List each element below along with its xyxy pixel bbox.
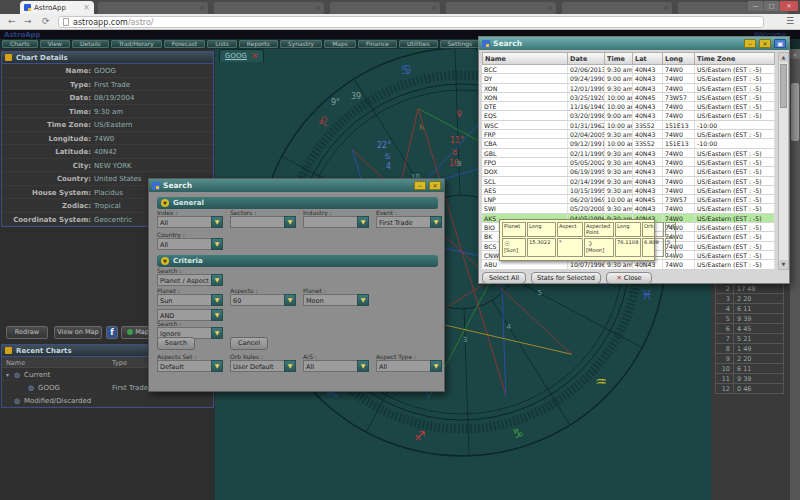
browser-menu-icon[interactable]: ☰ — [786, 16, 794, 26]
stats-for-selected-button[interactable]: Stats for Selected — [531, 272, 601, 284]
results-titlebar[interactable]: Search − ✕ ▣ — [479, 37, 789, 50]
window-maximize-button[interactable]: □ — [764, 1, 779, 11]
cancel-button[interactable]: Cancel — [230, 337, 268, 350]
menu-settings[interactable]: Settings — [440, 40, 481, 48]
tab-close-icon[interactable]: × — [83, 4, 90, 12]
browser-tab-background[interactable]: × — [446, 2, 556, 14]
tab-close-icon[interactable]: × — [547, 4, 553, 12]
column-header-lat[interactable]: Lat — [633, 52, 663, 65]
collapse-icon[interactable]: ▼ — [161, 199, 169, 207]
facebook-button[interactable]: f — [106, 326, 118, 339]
close-button[interactable]: ✕Close — [606, 272, 652, 284]
country-field[interactable]: Country :All▼ — [157, 238, 223, 250]
menu-utilities[interactable]: Utilities — [399, 40, 438, 48]
chevron-down-icon[interactable]: ▼ — [357, 216, 369, 228]
table-row[interactable]: BCC02/06/20139:30 am40N4374W0US/Eastern … — [482, 65, 775, 74]
chevron-down-icon[interactable]: ▼ — [211, 309, 223, 321]
planet1-field[interactable]: Planet :Sun▼ — [157, 294, 223, 306]
dialog-close-icon[interactable]: ✕ — [429, 181, 441, 190]
chevron-down-icon[interactable]: ▼ — [357, 294, 369, 306]
chart-details-header[interactable]: Chart Details — [2, 52, 213, 64]
table-row[interactable]: DY09/24/19909:00 am40N4374W0US/Eastern (… — [482, 74, 775, 83]
chevron-down-icon[interactable]: ▼ — [211, 274, 223, 286]
chevron-down-icon[interactable]: ▼ — [284, 294, 296, 306]
dialog-minimize-icon[interactable]: − — [414, 181, 426, 190]
column-header-date[interactable]: Date — [568, 52, 605, 65]
orb-rules-field[interactable]: Orb Rules :User Default▼ — [230, 360, 296, 372]
chevron-down-icon[interactable]: ▼ — [211, 238, 223, 250]
column-header-time[interactable]: Time — [605, 52, 633, 65]
aspect-type-field[interactable]: Aspect Type :All▼ — [376, 360, 442, 372]
list-item[interactable]: ◍Modified/Discarded — [2, 394, 213, 407]
window-minimize-button[interactable]: — — [748, 1, 763, 11]
table-row[interactable]: EQS03/20/19989:00 am40N4374W0US/Eastern … — [482, 111, 775, 120]
tab-close-icon[interactable]: × — [315, 4, 321, 12]
column-header-name[interactable]: Name — [482, 52, 568, 65]
table-row[interactable]: XON03/25/192010:00 am40N4573W57US/Easter… — [482, 93, 775, 102]
chevron-down-icon[interactable]: ▼ — [357, 360, 369, 372]
sectors-field[interactable]: Sectors :▼ — [230, 216, 296, 228]
chevron-down-icon[interactable]: ▼ — [430, 216, 442, 228]
menu-maps[interactable]: Maps — [324, 40, 356, 48]
collapse-icon[interactable]: ▼ — [161, 257, 169, 265]
aspects-field[interactable]: Aspects :60▼ — [230, 294, 296, 306]
results-detach-icon[interactable]: ▣ — [774, 39, 786, 48]
table-row[interactable]: DOX06/19/19959:30 am40N4374W0US/Eastern … — [482, 167, 775, 176]
section-general[interactable]: ▼ General — [157, 197, 438, 209]
search-by-field[interactable]: Search :Planet / Aspect▼ — [157, 274, 223, 286]
view-on-map-button[interactable]: View on Map — [54, 326, 102, 339]
table-row[interactable]: FRP02/04/20059:30 am40N4374W0US/Eastern … — [482, 130, 775, 139]
column-header-long[interactable]: Long — [663, 52, 695, 65]
tab-close-icon[interactable]: × — [663, 4, 669, 12]
table-row[interactable]: SWI05/20/20089:30 am40N4374W0US/Eastern … — [482, 204, 775, 213]
scroll-up-icon[interactable]: ▲ — [790, 49, 800, 59]
menu-trad-horary[interactable]: Trad/Horary — [111, 40, 162, 48]
chevron-down-icon[interactable]: ▼ — [211, 216, 223, 228]
table-row[interactable]: WSC01/31/196210:00 am33S52151E13-10:00 — [482, 121, 775, 130]
table-row[interactable]: LNP06/20/196910:00 am40N4573W57US/Easter… — [482, 195, 775, 204]
search-dialog-titlebar[interactable]: Search − ✕ — [149, 179, 444, 192]
window-close-button[interactable]: ✕ — [780, 1, 798, 11]
menu-synastry[interactable]: Synastry — [280, 40, 322, 48]
search-button[interactable]: Search — [157, 337, 195, 350]
browser-tab-background[interactable]: × — [214, 2, 324, 14]
menu-reports[interactable]: Reports — [239, 40, 278, 48]
table-row[interactable]: FPO05/05/20029:30 am40N4374W0US/Eastern … — [482, 158, 775, 167]
menu-charts[interactable]: Charts — [2, 40, 38, 48]
scrollbar-thumb[interactable] — [791, 83, 799, 141]
chevron-down-icon[interactable]: ▼ — [211, 327, 223, 339]
reload-icon[interactable]: ⟳ — [42, 16, 50, 26]
chart-tab-close-icon[interactable]: ✕ — [251, 52, 259, 61]
table-row[interactable]: AES10/15/19959:30 am40N4374W0US/Eastern … — [482, 186, 775, 195]
table-row[interactable]: SCL02/14/19969:30 am40N4374W0US/Eastern … — [482, 177, 775, 186]
back-icon[interactable]: ← — [8, 16, 16, 26]
menu-view[interactable]: View — [40, 40, 70, 48]
forward-icon[interactable]: → — [24, 16, 32, 26]
section-criteria[interactable]: ▼ Criteria — [157, 255, 438, 267]
scroll-down-icon[interactable]: ▼ — [779, 260, 788, 269]
chart-tab-goog[interactable]: GOOG ✕ — [219, 49, 264, 62]
redraw-button[interactable]: Redraw — [6, 326, 48, 339]
select-all-button[interactable]: Select All — [482, 272, 526, 284]
menu-finance[interactable]: Finance — [358, 40, 397, 48]
as-field[interactable]: A/S :All▼ — [303, 360, 369, 372]
results-scrollbar[interactable]: ▲ ▼ — [778, 52, 789, 270]
menu-lists[interactable]: Lists — [207, 40, 237, 48]
table-row[interactable]: ABU10/07/19969:30 am40N4374W0US/Eastern … — [482, 260, 775, 269]
table-row[interactable]: CBA09/12/199110:00 am33S52151E13-10:00 — [482, 139, 775, 148]
browser-tab-background[interactable]: × — [98, 2, 208, 14]
url-bar[interactable]: astroapp.com/astro/ — [58, 16, 764, 28]
expander-icon[interactable]: ▾ — [6, 371, 9, 378]
chevron-down-icon[interactable]: ▼ — [430, 360, 442, 372]
table-row[interactable]: XON12/01/19999:30 am40N4374W0US/Eastern … — [482, 84, 775, 93]
planet2-field[interactable]: Planet :Moon▼ — [303, 294, 369, 306]
chevron-down-icon[interactable]: ▼ — [211, 360, 223, 372]
event-field[interactable]: Event :First Trade▼ — [376, 216, 442, 228]
chevron-down-icon[interactable]: ▼ — [284, 216, 296, 228]
results-close-icon[interactable]: ✕ — [759, 39, 771, 48]
industry-field[interactable]: Industry :▼ — [303, 216, 369, 228]
results-minimize-icon[interactable]: − — [744, 39, 756, 48]
column-header-time-zone[interactable]: Time Zone — [695, 52, 775, 65]
scroll-up-icon[interactable]: ▲ — [779, 53, 788, 62]
scrollbar-thumb[interactable] — [780, 64, 787, 108]
